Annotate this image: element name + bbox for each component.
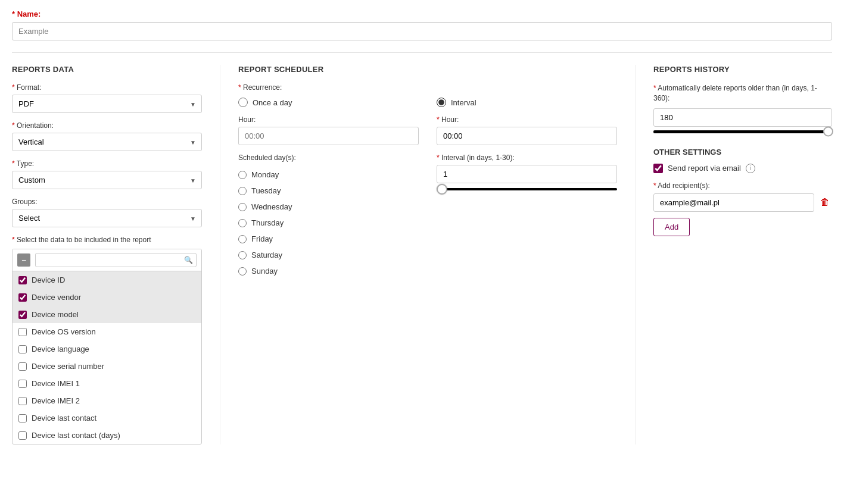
sched-hour-input[interactable] <box>238 127 419 145</box>
type-select[interactable]: Custom Standard <box>12 171 202 189</box>
checklist-item: Device model <box>13 306 201 323</box>
checklist-checkbox-4[interactable] <box>18 345 27 353</box>
history-slider-thumb[interactable] <box>823 127 833 137</box>
format-field: * Format: PDF CSV XLSX <box>12 83 202 113</box>
checklist-item-label: Device last contact <box>32 414 96 422</box>
checklist-item-label: Device language <box>32 345 89 353</box>
checklist-item: Device serial number <box>13 358 201 375</box>
deselect-all-button[interactable]: − <box>17 253 30 267</box>
type-label: * Type: <box>12 159 202 168</box>
name-required-marker: * <box>12 10 15 18</box>
orientation-select[interactable]: Vertical Horizontal <box>12 133 202 151</box>
history-slider-track <box>653 130 832 133</box>
groups-field: Groups: Select <box>12 198 202 227</box>
checklist-search-wrapper: 🔍 <box>35 253 197 267</box>
checklist-checkbox-1[interactable] <box>18 293 27 302</box>
checklist-checkbox-2[interactable] <box>18 311 27 319</box>
name-input[interactable] <box>12 22 832 40</box>
name-section: * Name: <box>12 10 832 40</box>
format-select[interactable]: PDF CSV XLSX <box>12 95 202 113</box>
recipient-input[interactable] <box>653 193 814 212</box>
day-radio-thursday[interactable] <box>238 219 247 227</box>
search-icon: 🔍 <box>184 256 193 264</box>
checklist-checkbox-7[interactable] <box>18 397 27 405</box>
day-radio-friday[interactable] <box>238 235 247 243</box>
history-days-input[interactable] <box>653 108 832 127</box>
day-label: Friday <box>251 234 273 243</box>
checklist-item: Device last contact (days) <box>13 427 201 444</box>
interval-option: Interval <box>437 98 617 107</box>
day-radio-sunday[interactable] <box>238 267 247 276</box>
reports-history-title: REPORTS HISTORY <box>653 65 832 74</box>
type-select-wrapper: Custom Standard <box>12 171 202 189</box>
groups-label: Groups: <box>12 198 202 206</box>
interval-days-input[interactable] <box>437 165 617 183</box>
checklist-search-input[interactable] <box>35 253 197 267</box>
checklist-checkbox-3[interactable] <box>18 328 27 336</box>
checklist-header: − 🔍 <box>13 249 201 271</box>
day-radio-wednesday[interactable] <box>238 203 247 211</box>
interval-days-label: * Interval (in days, 1-30): <box>437 154 617 162</box>
checklist-item-label: Device serial number <box>32 362 104 371</box>
checklist-item: Device last contact <box>13 409 201 427</box>
checklist-item-label: Device ID <box>32 276 65 284</box>
recipient-label: * Add recipient(s): <box>653 181 832 190</box>
day-radio-tuesday[interactable] <box>238 187 247 195</box>
checklist-item: Device vendor <box>13 289 201 306</box>
once-a-day-section: Once a day Hour: Scheduled day(s): Monda… <box>238 98 419 279</box>
name-label: * Name: <box>12 10 832 18</box>
recurrence-row: Once a day Hour: Scheduled day(s): Monda… <box>238 98 617 279</box>
day-radio-monday[interactable] <box>238 171 247 179</box>
interval-radio[interactable] <box>437 98 446 107</box>
checklist-item: Device language <box>13 340 201 358</box>
checklist-checkbox-5[interactable] <box>18 362 27 371</box>
info-icon[interactable]: i <box>746 164 755 173</box>
checklist-item: Device ID <box>13 271 201 289</box>
section-divider <box>12 52 832 53</box>
send-email-row: Send report via email i <box>653 164 832 173</box>
recurrence-label: * Recurrence: <box>238 83 617 92</box>
day-item: Monday <box>238 167 419 183</box>
recipient-row: 🗑 <box>653 193 832 212</box>
day-item: Thursday <box>238 215 419 231</box>
delete-recipient-button[interactable]: 🗑 <box>818 195 832 210</box>
send-email-label: Send report via email <box>668 164 741 173</box>
checklist-checkbox-0[interactable] <box>18 276 27 284</box>
once-a-day-radio[interactable] <box>238 98 248 107</box>
data-selection-label: * Select the data to be included in the … <box>12 236 202 244</box>
scheduled-days-label: Scheduled day(s): <box>238 154 419 162</box>
reports-data-title: REPORTS DATA <box>12 65 202 74</box>
history-slider-container <box>653 130 832 133</box>
checklist-item-label: Device vendor <box>32 293 81 302</box>
format-label: * Format: <box>12 83 202 92</box>
day-radio-saturday[interactable] <box>238 251 247 259</box>
checklist-item: Device OS version <box>13 323 201 340</box>
day-label: Tuesday <box>251 186 281 195</box>
main-columns: REPORTS DATA * Format: PDF CSV XLSX <box>12 65 832 444</box>
checklist-container: − 🔍 Device IDDevice vendorDevice modelDe… <box>12 249 202 444</box>
day-item: Sunday <box>238 263 419 279</box>
page-wrapper: * Name: REPORTS DATA * Format: PDF CSV X… <box>0 0 844 454</box>
send-email-checkbox[interactable] <box>653 164 663 173</box>
days-section: Scheduled day(s): MondayTuesdayWednesday… <box>238 154 419 279</box>
day-label: Sunday <box>251 267 278 276</box>
reports-data-column: REPORTS DATA * Format: PDF CSV XLSX <box>12 65 220 444</box>
checklist-checkbox-6[interactable] <box>18 380 27 388</box>
interval-days-slider[interactable] <box>437 188 617 190</box>
groups-select[interactable]: Select <box>12 209 202 227</box>
checklist-item: Device IMEI 2 <box>13 392 201 409</box>
orientation-select-wrapper: Vertical Horizontal <box>12 133 202 151</box>
checklist-checkbox-8[interactable] <box>18 414 27 422</box>
groups-select-wrapper: Select <box>12 209 202 227</box>
day-label: Wednesday <box>251 202 292 211</box>
checklist-checkbox-9[interactable] <box>18 431 27 440</box>
checklist-item-label: Device model <box>32 310 79 319</box>
format-select-wrapper: PDF CSV XLSX <box>12 95 202 113</box>
report-scheduler-column: REPORT SCHEDULER * Recurrence: Once a da… <box>220 65 636 444</box>
interval-hour-input[interactable] <box>437 127 617 145</box>
report-scheduler-title: REPORT SCHEDULER <box>238 65 617 74</box>
interval-section: Interval * Hour: * Interval (in days, 1-… <box>437 98 617 279</box>
orientation-label: * Orientation: <box>12 121 202 130</box>
add-recipient-button[interactable]: Add <box>653 218 690 236</box>
day-label: Monday <box>251 170 279 179</box>
